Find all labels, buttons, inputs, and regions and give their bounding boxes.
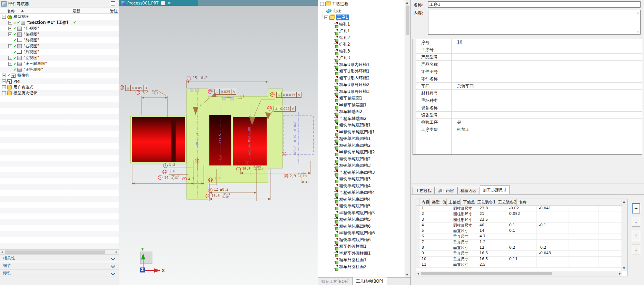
property-value[interactable]: 是: [457, 120, 461, 125]
expander-icon[interactable]: +: [2, 74, 6, 77]
table-row[interactable]: 10 垂直尺寸 16.5 0.11: [416, 257, 627, 262]
cell-tooling1[interactable]: [568, 262, 599, 267]
tab-title[interactable]: Process001.PRT: [127, 1, 158, 6]
cell-content[interactable]: 10: [419, 257, 451, 262]
textarea-scroll-down-icon[interactable]: ∨: [637, 30, 639, 34]
section-label[interactable]: 相关性: [3, 255, 15, 261]
expander-icon[interactable]: +: [2, 91, 6, 95]
tree-row-step[interactable]: 粗车U形内环槽2: [318, 75, 404, 82]
property-row[interactable]: 工序类型 机加工: [416, 126, 642, 133]
tree-row-step[interactable]: 粗铣单纯底凹槽4: [318, 183, 404, 190]
cell-tooling1[interactable]: [568, 251, 599, 256]
cell-tooling1[interactable]: [568, 245, 599, 250]
detail-tab[interactable]: 加工步骤尺寸: [480, 186, 510, 194]
section-header[interactable]: 相关性: [0, 254, 119, 262]
tree-row[interactable]: ✔ "正等测图": [0, 67, 119, 73]
section-label[interactable]: 细节: [3, 263, 11, 269]
tree-row-step[interactable]: 钻孔2: [318, 35, 404, 41]
tree-row-step[interactable]: 粗车外圆柱面2: [318, 264, 404, 270]
tree-row-step[interactable]: 精铣单纯底凹槽3: [318, 176, 404, 183]
tree-row-step[interactable]: 半精车外圆柱面1: [318, 250, 404, 257]
detail-tab[interactable]: 检验内容: [457, 187, 479, 194]
tree-row-step[interactable]: 粗车外圆柱面1: [318, 243, 404, 250]
scrollbar-thumb[interactable]: [5, 250, 105, 254]
tree-row-step[interactable]: 半精铣单纯底凹槽6: [318, 230, 404, 237]
column-name[interactable]: 名称: [7, 9, 15, 14]
cell-value[interactable]: 40: [477, 223, 507, 228]
cell-content[interactable]: 5: [419, 228, 451, 234]
tree-row-step[interactable]: 粗铣单纯底凹槽1: [318, 122, 404, 129]
table-row[interactable]: 1 圆柱形尺寸 23.8 -0.02 -0.041: [416, 206, 627, 211]
node-label[interactable]: "前视图": [23, 38, 39, 43]
scroll-right-icon[interactable]: ►: [619, 272, 622, 275]
expander-icon[interactable]: +: [8, 21, 12, 25]
cell-type[interactable]: 圆柱形尺寸: [451, 217, 477, 222]
tree-row-step[interactable]: 粗铣单纯底凹槽3: [318, 162, 404, 169]
cell-lower-dev[interactable]: [537, 240, 568, 245]
name-input[interactable]: [428, 1, 641, 8]
table-row[interactable]: 7 垂直尺寸 1.2: [416, 240, 627, 245]
expander-icon[interactable]: +: [8, 62, 12, 66]
dimension-table-header[interactable]: 内容类型值上偏差下偏差工艺装备1工艺装备2名称: [416, 199, 627, 206]
node-label[interactable]: 粗车U形内环槽1: [339, 62, 369, 68]
cell-type[interactable]: 垂直尺寸: [451, 228, 477, 234]
tree-row-step[interactable]: 精铣单纯底凹槽1: [318, 135, 404, 142]
node-label[interactable]: "正三轴测图": [23, 61, 47, 66]
bottom-tab[interactable]: 工艺结构(BOP): [352, 277, 387, 285]
tree-row-step[interactable]: 半精车轴端面1: [318, 102, 404, 109]
cell-content[interactable]: 6: [419, 234, 451, 239]
node-label[interactable]: 粗铣单纯底凹槽3: [339, 163, 371, 169]
node-label[interactable]: 半精铣单纯底凹槽5: [339, 210, 375, 216]
tree-row-step[interactable]: 半精铣单纯底凹槽5: [318, 210, 404, 217]
node-label[interactable]: 钻孔2: [339, 35, 350, 41]
node-label[interactable]: 粗车U形外环槽1: [339, 68, 369, 74]
header-cell[interactable]: 值: [440, 199, 447, 206]
table-vertical-scrollbar[interactable]: ▲ ▼: [622, 199, 627, 271]
node-label[interactable]: 半精车轴端面1: [339, 102, 367, 108]
horizontal-scrollbar[interactable]: ◄ ►: [0, 249, 119, 255]
tree-row-root[interactable]: − 工艺过程: [318, 1, 404, 8]
node-label[interactable]: 模型视图: [13, 14, 29, 19]
node-label[interactable]: 模型历史记录: [13, 91, 37, 96]
cell-type[interactable]: 圆柱形尺寸: [451, 206, 477, 211]
node-label[interactable]: "俯视图": [23, 32, 39, 37]
node-label[interactable]: 半精铣单纯底凹槽1: [339, 129, 375, 135]
cell-upper-dev[interactable]: -0.02: [507, 206, 537, 211]
scroll-left-icon[interactable]: ◄: [417, 272, 419, 275]
node-label[interactable]: 精铣单纯底凹槽1: [339, 136, 371, 142]
property-row[interactable]: 毛坯种类: [416, 97, 642, 104]
node-label[interactable]: 半精车外圆柱面1: [339, 250, 371, 256]
node-label[interactable]: 半精铣单纯底凹槽6: [339, 230, 375, 236]
cell-upper-dev[interactable]: 0.2: [507, 245, 537, 250]
property-row[interactable]: 车间 总装车间: [416, 83, 642, 90]
node-label[interactable]: "左视图": [23, 55, 39, 60]
cad-canvas[interactable]: 18 ◎ ⌀ 0.05 B 14 9,2 0,0-0,1 13 15 ±0,2 …: [119, 6, 318, 285]
tree-row[interactable]: + ✔ "右视图": [0, 43, 119, 49]
node-label[interactable]: 精铣单纯底凹槽4: [339, 197, 371, 202]
tree-row-step[interactable]: 半精铣单纯底凹槽4: [318, 189, 404, 196]
tree-row-step[interactable]: 扩孔1: [318, 28, 404, 35]
add-row-button[interactable]: +: [632, 203, 640, 213]
tree-row-step[interactable]: 半精铣单纯底凹槽1: [318, 129, 404, 136]
node-label[interactable]: 精铣单纯底凹槽3: [339, 176, 371, 182]
tree-row[interactable]: + 用户表达式: [0, 84, 119, 90]
node-label[interactable]: 粗铣单纯底凹槽4: [339, 183, 371, 189]
cell-value[interactable]: 1.2: [477, 240, 507, 245]
cell-type[interactable]: 圆柱形尺寸: [451, 223, 477, 228]
section-label[interactable]: 预览: [3, 270, 11, 276]
cell-content[interactable]: 2: [419, 211, 451, 217]
remove-row-button[interactable]: -: [632, 217, 640, 227]
scrollbar-thumb[interactable]: [421, 272, 552, 275]
property-row[interactable]: 设备型号: [416, 112, 642, 119]
tree-row-step[interactable]: 精铣单纯底凹槽5: [318, 216, 404, 223]
scroll-left-icon[interactable]: ◄: [1, 250, 3, 254]
cell-content[interactable]: 4: [419, 223, 451, 228]
tree-column-header[interactable]: 名称 ▲ 最新 附注: [0, 8, 119, 14]
cell-value[interactable]: 21: [477, 211, 507, 217]
node-label[interactable]: 粗铣单纯底凹槽6: [339, 224, 371, 229]
node-label[interactable]: "Section #1" (工作): [27, 20, 68, 25]
expander-icon[interactable]: +: [8, 27, 12, 30]
table-row[interactable]: 11 垂直尺寸 2.5: [416, 262, 627, 268]
node-label[interactable]: 粗车U形外环槽2: [339, 82, 369, 88]
tree-row[interactable]: + PMI: [0, 78, 119, 84]
